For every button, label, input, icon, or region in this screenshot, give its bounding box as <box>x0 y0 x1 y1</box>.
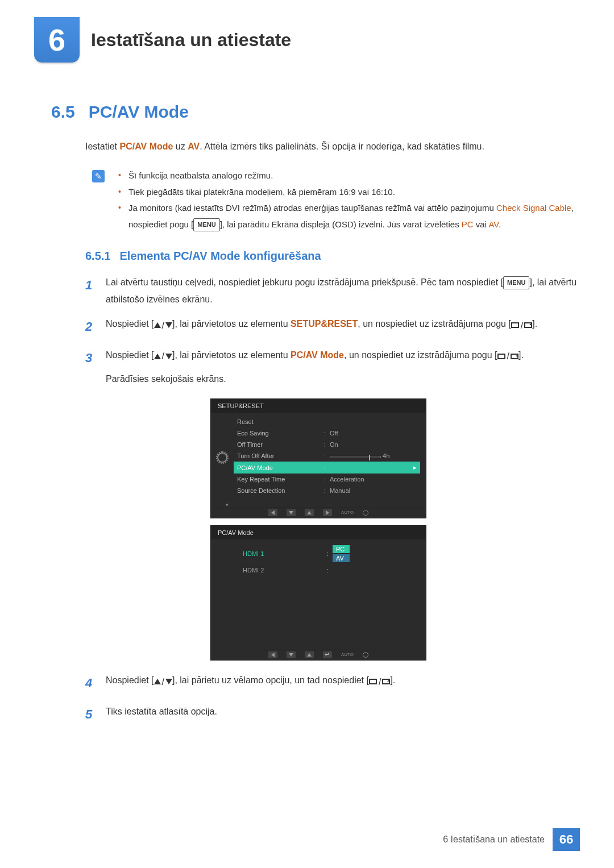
step: 4 Nospiediet [ / ], lai pārietu uz vēlam… <box>85 672 580 695</box>
osd-row-label: Eco Saving <box>237 430 324 437</box>
osd-down-icon <box>287 509 296 516</box>
text: Lai atvērtu taustiņu ceļvedi, nospiediet… <box>106 277 503 287</box>
osd-row-value: Acceleration <box>330 476 417 483</box>
osd-row-value: Manual <box>330 487 417 494</box>
osd-row-value: 4h <box>330 452 417 459</box>
step-body: Tiks iestatīta atlasītā opcija. <box>106 703 217 726</box>
section-intro: Iestatiet PC/AV Mode uz AV. Attēla izmēr… <box>85 139 580 154</box>
text: Ja monitors (kad iestatīts DVI režīmā) a… <box>128 203 496 213</box>
up-down-arrows-icon: / <box>154 348 172 365</box>
text: Tiks iestatīta atlasītā opcija. <box>106 707 217 716</box>
step: 1 Lai atvērtu taustiņu ceļvedi, nospiedi… <box>85 274 580 308</box>
osd-row-label: PC/AV Mode <box>237 464 324 471</box>
section-number: 6.5 <box>51 102 75 122</box>
osd-row-value: PCAV <box>333 545 417 562</box>
page-footer: 6 Iestatīšana un atiestate 66 <box>443 828 580 851</box>
osd-row: HDMI 2: <box>239 564 420 576</box>
enter-buttons-icon: / <box>497 348 518 365</box>
subsection-heading: 6.5.1 Elementa PC/AV Mode konfigurēšana <box>85 250 580 263</box>
osd-auto-label: AUTO <box>341 510 354 515</box>
osd-button-bar: ↵ AUTO <box>211 650 426 660</box>
note-block: ✎ Šī funkcija neatbalsta analogo režīmu.… <box>92 168 580 232</box>
text: Nospiediet [ <box>106 350 154 360</box>
footer-chapter-label: 6 Iestatīšana un atiestate <box>443 834 545 845</box>
osd-colon: : <box>324 487 330 494</box>
note-item: Šī funkcija neatbalsta analogo režīmu. <box>118 168 580 184</box>
section-heading: 6.5 PC/AV Mode <box>51 102 580 122</box>
highlight: PC/AV Mode <box>119 142 173 151</box>
osd-row-value: Off <box>330 430 417 437</box>
step: 2 Nospiediet [ / ], lai pārvietotos uz e… <box>85 315 580 339</box>
osd-colon: : <box>324 476 330 483</box>
text: ]. <box>532 319 537 329</box>
osd-up-icon <box>305 509 314 516</box>
subsection-number: 6.5.1 <box>85 250 110 263</box>
text: ], lai pārvietotos uz elementu <box>172 319 291 329</box>
osd-left-icon <box>268 651 277 658</box>
osd-colon: : <box>324 441 330 448</box>
step-body: Lai atvērtu taustiņu ceļvedi, nospiediet… <box>106 274 580 308</box>
enter-buttons-icon: / <box>511 317 532 334</box>
chapter-title: Iestatīšana un atiestate <box>91 30 291 51</box>
highlight: PC/AV Mode <box>291 350 344 360</box>
menu-key-icon: MENU <box>193 218 219 231</box>
osd-row-label: Source Detection <box>237 487 324 494</box>
highlight: SETUP&RESET <box>291 319 358 329</box>
osd-pcav-mode: PC/AV Mode HDMI 1:PCAVHDMI 2: ↵ AUTO <box>210 525 426 661</box>
osd-right-icon <box>323 509 332 516</box>
text: Nospiediet [ <box>106 675 154 685</box>
note-item: Ja monitors (kad iestatīts DVI režīmā) a… <box>118 200 580 232</box>
osd-down-icon <box>287 651 296 658</box>
chapter-number-badge: 6 <box>34 17 80 63</box>
osd-row: Turn Off After: 4h <box>234 450 420 462</box>
osd-row: Off Timer:On <box>234 439 420 450</box>
text: uz <box>173 142 188 151</box>
osd-enter-icon: ↵ <box>323 651 332 658</box>
osd-setup-reset: SETUP&RESET ResetEco Saving:OffOff Timer… <box>210 398 426 518</box>
osd-button-bar: AUTO <box>211 508 426 518</box>
osd-row-label: Key Repeat Time <box>237 476 324 483</box>
osd-auto-label: AUTO <box>341 652 354 657</box>
osd-row: Reset <box>234 416 420 427</box>
step-number: 1 <box>85 274 96 308</box>
text: ], lai parādītu Ekrāna displeja (OSD) iz… <box>220 219 462 229</box>
osd-power-icon <box>363 510 368 516</box>
text: ]. <box>390 675 395 685</box>
page-number: 66 <box>553 828 580 851</box>
text: Parādīsies sekojošais ekrāns. <box>106 371 524 388</box>
highlight: AV <box>188 142 200 151</box>
osd-title: SETUP&RESET <box>211 399 426 413</box>
osd-side-icon <box>211 413 234 502</box>
text: Nospiediet [ <box>106 319 154 329</box>
step: 5 Tiks iestatīta atlasītā opcija. <box>85 703 580 726</box>
osd-power-icon <box>363 652 368 658</box>
note-icon: ✎ <box>92 170 105 182</box>
osd-row-label: Reset <box>237 418 324 425</box>
osd-colon: : <box>327 567 333 574</box>
osd-row-label: HDMI 1 <box>243 550 327 557</box>
up-down-arrows-icon: / <box>154 317 172 334</box>
enter-buttons-icon: / <box>369 674 390 691</box>
osd-row: Eco Saving:Off <box>234 427 420 439</box>
osd-colon: : <box>324 452 330 459</box>
text: , un nospiediet uz izstrādājuma pogu [ <box>344 350 497 360</box>
text: , un nospiediet uz izstrādājuma pogu [ <box>358 319 511 329</box>
highlight: PC <box>462 219 474 229</box>
highlight: AV <box>488 219 499 229</box>
osd-left-icon <box>268 509 277 516</box>
osd-row: Key Repeat Time:Acceleration <box>234 474 420 485</box>
section-title: PC/AV Mode <box>89 102 189 122</box>
step-number: 5 <box>85 703 96 726</box>
osd-row-label: HDMI 2 <box>243 567 327 574</box>
up-down-arrows-icon: / <box>154 674 172 691</box>
osd-up-icon <box>305 651 314 658</box>
osd-row-label: Turn Off After <box>237 452 324 459</box>
step: 3 Nospiediet [ / ], lai pārvietotos uz e… <box>85 347 580 387</box>
osd-colon: : <box>327 550 333 557</box>
gear-icon <box>217 452 227 463</box>
osd-row: PC/AV Mode:▸ <box>234 462 420 474</box>
step-number: 2 <box>85 315 96 339</box>
step-body: Nospiediet [ / ], lai pārietu uz vēlamo … <box>106 672 395 695</box>
osd-scroll-hint: ▾ <box>211 502 426 508</box>
osd-row: HDMI 1:PCAV <box>239 543 420 564</box>
